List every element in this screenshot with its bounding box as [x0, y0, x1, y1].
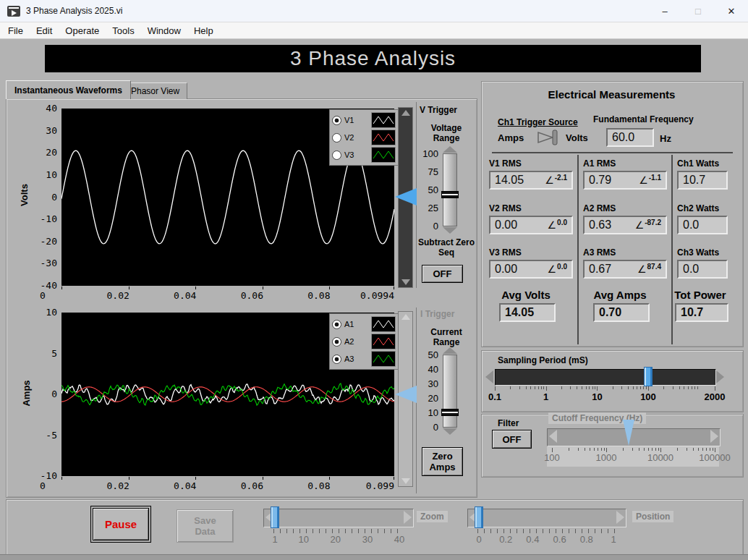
legend-radio-a1[interactable]	[332, 320, 341, 329]
minor-tick	[594, 448, 595, 451]
legend-radio-a2[interactable]	[332, 337, 341, 347]
legend-radio-v2[interactable]	[332, 133, 341, 143]
minor-tick	[693, 448, 694, 451]
menu-tools[interactable]: Tools	[106, 22, 140, 38]
zoom-slider[interactable]	[263, 509, 414, 527]
zero-amps-button[interactable]: Zero Amps	[422, 447, 463, 476]
tab-instantaneous-waveforms[interactable]: Instantaneous Waveforms	[6, 80, 131, 99]
measurement-value: 14.05∠-2.1	[489, 171, 573, 190]
x-tick-label: 0.0994	[349, 290, 394, 301]
slider-left-arrow-icon[interactable]	[485, 370, 493, 383]
i-trigger-title: I Trigger	[420, 309, 454, 319]
current-range-slider[interactable]	[443, 355, 457, 428]
position-handle[interactable]	[475, 506, 483, 528]
minor-tick	[613, 386, 613, 389]
save-data-button[interactable]: Save Data	[177, 509, 234, 543]
minor-tick	[632, 448, 633, 451]
legend-radio-v1[interactable]	[332, 116, 341, 125]
slider-scale-label: 100	[530, 452, 574, 463]
menu-operate[interactable]: Operate	[59, 22, 106, 38]
measurement-value: 0.63∠-87.2	[583, 216, 667, 234]
legend-style-thumbnail[interactable]	[371, 316, 396, 332]
y-tick-label: -30	[22, 258, 57, 268]
measurement-value: 10.7	[677, 171, 728, 190]
minor-tick	[648, 448, 649, 451]
legend-style-thumbnail[interactable]	[371, 147, 396, 163]
y-tick-label: 0	[22, 389, 57, 399]
y-tick-label: 10	[22, 307, 57, 318]
current-range-label: Current Range	[420, 327, 473, 347]
slider-increment-icon[interactable]	[443, 347, 457, 354]
slider-scale-label: 2000	[693, 391, 736, 402]
subtract-zero-seq-button[interactable]: OFF	[422, 265, 463, 283]
legend-style-thumbnail[interactable]	[371, 112, 396, 128]
sampling-period-slider[interactable]	[495, 369, 716, 386]
current-range-handle[interactable]	[441, 409, 459, 416]
angle-icon: ∠	[637, 263, 647, 275]
menu-window[interactable]: Window	[141, 22, 187, 38]
measurement-label: A1 RMS	[583, 158, 616, 169]
minor-tick	[561, 386, 562, 389]
voltage-range-handle[interactable]	[441, 191, 459, 198]
minor-tick	[679, 386, 680, 389]
legend-style-thumbnail[interactable]	[371, 334, 396, 349]
measurement-value: 0.0	[677, 216, 728, 234]
angle-value: -2.1	[555, 174, 567, 182]
fundamental-frequency-field[interactable]: 60.0	[606, 128, 654, 147]
slider-increment-icon[interactable]	[443, 146, 457, 153]
voltage-range-slider[interactable]	[443, 153, 457, 226]
minor-tick	[595, 386, 595, 389]
voltage-range-label: Voltage Range	[420, 123, 473, 143]
pause-button[interactable]: Pause	[93, 508, 149, 540]
scroll-down-icon[interactable]	[401, 279, 410, 285]
close-button[interactable]: ✕	[715, 0, 748, 22]
sampling-period-handle[interactable]	[644, 367, 653, 386]
legend-style-thumbnail[interactable]	[371, 130, 396, 145]
menu-help[interactable]: Help	[187, 22, 220, 38]
x-tick-mark	[61, 477, 62, 480]
slider-decrement-icon[interactable]	[443, 227, 457, 234]
measurement-label: A2 RMS	[583, 203, 616, 213]
zoom-handle[interactable]	[271, 506, 279, 528]
slider-right-arrow-icon[interactable]	[616, 511, 624, 524]
trigger-source-switch[interactable]	[535, 128, 563, 147]
minor-tick	[604, 448, 605, 451]
x-tick-label: 0.06	[241, 480, 284, 491]
scroll-up-icon[interactable]	[401, 110, 410, 116]
tab-phasor-view[interactable]: Phasor View	[123, 82, 187, 99]
menu-edit[interactable]: Edit	[30, 22, 59, 38]
maximize-button[interactable]: □	[681, 0, 715, 22]
slider-decrement-icon[interactable]	[443, 428, 457, 435]
value-text: 0.70	[599, 306, 621, 319]
x-tick-mark	[61, 287, 62, 289]
angle-display: ∠-87.2	[635, 219, 661, 231]
measurement-label: V2 RMS	[489, 203, 522, 213]
vi-front-panel: 3 Phase Analysis 2025.vi – □ ✕ FileEditO…	[0, 0, 748, 560]
minor-tick	[639, 448, 639, 451]
labview-app-icon	[7, 6, 20, 17]
summary-label: Tot Power	[660, 289, 740, 301]
angle-display: ∠0.0	[548, 263, 567, 275]
cutoff-frequency-pointer[interactable]	[623, 420, 634, 446]
v-trigger-pointer[interactable]	[395, 188, 417, 205]
slider-right-arrow-icon[interactable]	[404, 511, 412, 524]
menu-file[interactable]: File	[1, 22, 30, 38]
scroll-down-icon[interactable]	[401, 478, 410, 484]
slider-left-arrow-icon[interactable]	[549, 430, 557, 443]
legend-radio-a3[interactable]	[332, 355, 341, 364]
position-slider[interactable]	[467, 509, 626, 527]
legend-radio-v3[interactable]	[332, 150, 341, 160]
waveform-style-icon	[372, 113, 395, 127]
legend-style-thumbnail[interactable]	[371, 351, 396, 367]
legend-label: V3	[344, 150, 368, 159]
slider-right-arrow-icon[interactable]	[716, 370, 724, 383]
scroll-up-icon[interactable]	[401, 314, 410, 320]
minimize-button[interactable]: –	[648, 0, 681, 22]
minor-tick	[697, 386, 698, 389]
filter-off-button[interactable]: OFF	[492, 430, 532, 449]
slider-right-arrow-icon[interactable]	[710, 430, 718, 443]
y-tick-label: 0	[22, 192, 57, 203]
value-text: 0.67	[589, 263, 611, 276]
minor-tick	[644, 448, 645, 451]
i-trigger-pointer[interactable]	[395, 386, 417, 403]
